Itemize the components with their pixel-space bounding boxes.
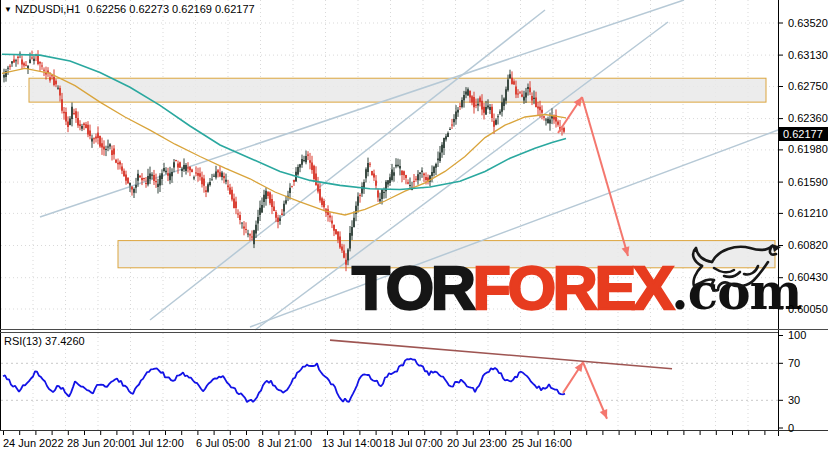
price-axis-label-0.61980: 0.61980 [788, 143, 828, 155]
price-axis-label-0.61210: 0.61210 [788, 207, 828, 219]
price-axis-label-0.62750: 0.62750 [788, 80, 828, 92]
time-axis-label: 6 Jul 05:00 [196, 437, 250, 449]
logo-tor: TOR [352, 253, 473, 322]
trading-chart-window: ▼NZDUSDi,H1 0.62256 0.62273 0.62169 0.62… [0, 0, 828, 455]
time-axis-label: 13 Jul 14:00 [322, 437, 382, 449]
time-axis-label: 8 Jul 21:00 [258, 437, 312, 449]
resistance-zone[interactable] [29, 78, 766, 102]
current-price-badge: 0.62177 [779, 127, 828, 141]
price-axis-label-0.62360: 0.62360 [788, 112, 828, 124]
ohlc-close: 0.62177 [215, 3, 255, 15]
rsi-arrow-down[interactable] [583, 362, 607, 418]
time-axis-label: 28 Jun 20:00 [67, 437, 131, 449]
logo-forex: FOREX [473, 253, 672, 322]
time-axis-label: 18 Jul 07:00 [383, 437, 443, 449]
rsi-arrow-up-head [575, 362, 583, 372]
rsi-indicator-label: RSI(13) 37.4260 [4, 335, 85, 347]
ohlc-high: 0.62273 [129, 3, 169, 15]
forecast-arrow-down[interactable] [582, 97, 628, 256]
bull-icon [684, 240, 782, 298]
time-ticks [4, 431, 765, 435]
price-axis-label-0.63130: 0.63130 [788, 49, 828, 61]
ohlc-open: 0.62256 [86, 3, 126, 15]
rsi-axis-label-30: 30 [788, 394, 800, 406]
ohlc-low: 0.62169 [172, 3, 212, 15]
time-axis-label: 24 Jun 2022 [3, 437, 64, 449]
time-axis-label: 1 Jul 12:00 [130, 437, 184, 449]
rsi-axis-label-0: 0 [788, 422, 794, 434]
rsi-trendline[interactable] [330, 340, 672, 369]
symbol-title: NZDUSDi,H1 [15, 3, 80, 15]
price-axis-label-0.63520: 0.63520 [788, 17, 828, 29]
time-axis-label: 25 Jul 16:00 [512, 437, 572, 449]
price-axis-label-0.60820: 0.60820 [788, 239, 828, 251]
price-axis-label-0.61590: 0.61590 [788, 176, 828, 188]
ma-slow-line [2, 54, 566, 189]
time-axis-label: 20 Jul 23:00 [447, 437, 507, 449]
price-axis-label-0.60050: 0.60050 [788, 303, 828, 315]
symbol-info-bar: ▼NZDUSDi,H1 0.62256 0.62273 0.62169 0.62… [4, 3, 255, 15]
symbol-dropdown-icon[interactable]: ▼ [4, 5, 12, 14]
chart-canvas[interactable] [0, 0, 828, 455]
rsi-axis-label-70: 70 [788, 357, 800, 369]
rsi-axis-label-100: 100 [788, 329, 806, 341]
price-axis-label-0.60430: 0.60430 [788, 271, 828, 283]
rsi-line [3, 359, 565, 402]
